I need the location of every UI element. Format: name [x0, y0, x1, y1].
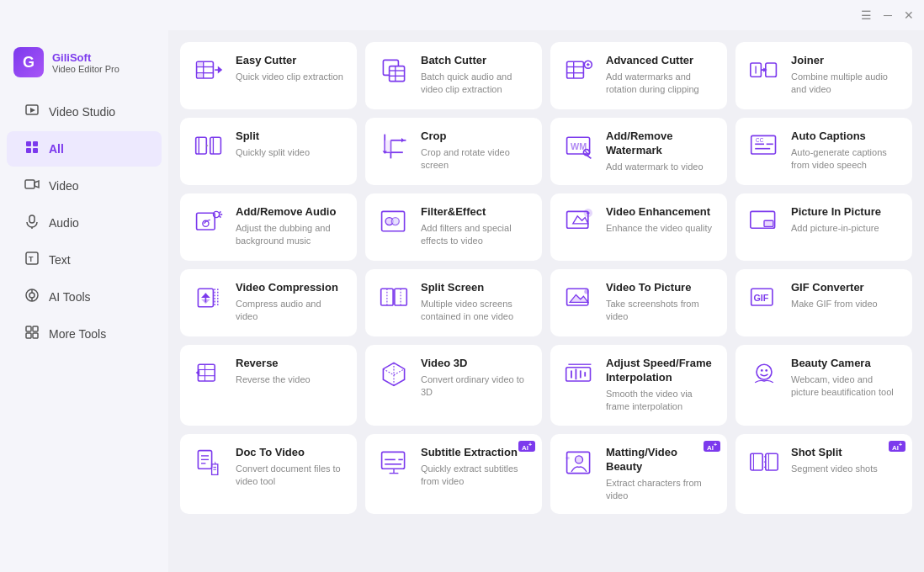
sidebar-item-text[interactable]: T Text — [7, 242, 162, 278]
tools-grid: Easy CutterQuick video clip extraction B… — [180, 42, 912, 526]
tool-name-video-to-picture: Video To Picture — [606, 281, 715, 295]
tool-name-video-compression: Video Compression — [236, 281, 345, 295]
tool-desc-joiner: Combine multiple audio and video — [791, 71, 900, 97]
tool-icon-easy-cutter — [192, 54, 226, 87]
tool-card-reverse[interactable]: ReverseReverse the video — [180, 345, 357, 426]
tool-card-filter-effect[interactable]: Filter&EffectAdd filters and special eff… — [365, 193, 542, 261]
svg-rect-25 — [198, 74, 203, 78]
sidebar-logo: G GiliSoft Video Editor Pro — [0, 40, 168, 93]
svg-rect-126 — [751, 453, 762, 470]
tool-name-video-3d: Video 3D — [421, 357, 530, 371]
svg-point-72 — [391, 218, 399, 225]
ai-badge-matting-video-beauty: AI+ — [704, 441, 720, 453]
tool-card-subtitle-extraction[interactable]: Subtitle ExtractionQuickly extract subti… — [365, 434, 542, 515]
tool-card-add-remove-watermark[interactable]: WM Add/Remove WatermarkAdd watermark to … — [550, 118, 727, 185]
minimize-button[interactable]: ─ — [884, 8, 892, 22]
svg-rect-16 — [26, 326, 31, 331]
tool-desc-advanced-cutter: Add watermarks and rotation during clipp… — [606, 71, 715, 97]
sidebar-item-more-tools[interactable]: More Tools — [7, 316, 162, 352]
tool-desc-crop: Crop and rotate video screen — [421, 146, 530, 172]
app-body: G GiliSoft Video Editor Pro Video Studio — [0, 30, 924, 572]
ai-badge-subtitle-extraction: AI+ — [518, 441, 535, 453]
tools-grid-container[interactable]: Easy CutterQuick video clip extraction B… — [168, 30, 924, 572]
tool-card-video-compression[interactable]: Video CompressionCompress audio and vide… — [180, 269, 357, 336]
tool-card-gif-converter[interactable]: GIF GIF ConverterMake GIF from video — [735, 269, 912, 336]
svg-marker-7 — [35, 181, 39, 188]
tool-icon-crop — [377, 130, 411, 163]
tool-name-filter-effect: Filter&Effect — [421, 205, 530, 220]
tool-desc-reverse: Reverse the video — [236, 373, 345, 386]
sidebar-item-label-audio: Audio — [49, 216, 79, 230]
audio-icon — [24, 214, 40, 232]
tool-icon-doc-to-video — [192, 446, 226, 479]
svg-point-108 — [761, 369, 763, 372]
tool-icon-add-remove-watermark: WM — [562, 130, 596, 163]
tool-desc-easy-cutter: Quick video clip extraction — [236, 71, 345, 83]
tool-card-video-3d[interactable]: Video 3DConvert ordinary video to 3D — [365, 345, 542, 426]
tool-name-add-remove-watermark: Add/Remove Watermark — [606, 130, 715, 158]
logo-text: GiliSoft Video Editor Pro — [52, 51, 119, 74]
svg-rect-86 — [381, 289, 393, 305]
tool-card-joiner[interactable]: JoinerCombine multiple audio and video — [735, 42, 912, 109]
svg-marker-83 — [201, 299, 210, 304]
more-tools-icon — [24, 325, 40, 343]
svg-rect-2 — [26, 141, 31, 146]
tool-card-easy-cutter[interactable]: Easy CutterQuick video clip extraction — [180, 42, 357, 109]
tool-icon-video-3d — [377, 357, 411, 390]
svg-point-92 — [584, 289, 588, 294]
tool-desc-add-remove-watermark: Add watermark to video — [606, 161, 715, 173]
tool-icon-joiner — [747, 54, 781, 87]
tool-desc-adjust-speed: Smooth the video via frame interpolation — [606, 388, 715, 414]
tool-card-auto-captions[interactable]: CC Auto CaptionsAuto-generate captions f… — [735, 118, 912, 185]
tool-card-picture-in-picture[interactable]: Picture In PictureAdd picture-in-picture — [735, 193, 912, 261]
svg-rect-118 — [382, 452, 405, 469]
svg-rect-6 — [25, 180, 35, 188]
sidebar-item-ai-tools[interactable]: AI Tools — [7, 279, 162, 315]
tool-icon-matting-video-beauty — [562, 446, 596, 479]
tool-name-joiner: Joiner — [791, 54, 900, 68]
tool-icon-split — [192, 130, 226, 163]
menu-button[interactable]: ☰ — [861, 8, 872, 22]
tool-card-doc-to-video[interactable]: Doc To VideoConvert document files to vi… — [180, 434, 357, 515]
sidebar-item-audio[interactable]: Audio — [7, 205, 162, 241]
sidebar-item-label-all: All — [49, 142, 64, 156]
sidebar-item-label-ai-tools: AI Tools — [49, 290, 91, 304]
sidebar-item-all[interactable]: All — [7, 131, 162, 167]
tool-card-split[interactable]: SplitQuickly split video — [180, 118, 357, 185]
svg-rect-24 — [198, 62, 203, 66]
tool-desc-matting-video-beauty: Extract characters from video — [606, 477, 715, 503]
tool-desc-filter-effect: Add filters and special effects to video — [421, 222, 530, 248]
tool-card-batch-cutter[interactable]: Batch CutterBatch quick audio and video … — [365, 42, 542, 109]
tool-name-batch-cutter: Batch Cutter — [421, 54, 530, 68]
svg-rect-54 — [385, 140, 390, 152]
tool-name-reverse: Reverse — [236, 357, 345, 371]
sidebar-item-video-studio[interactable]: Video Studio — [7, 94, 162, 130]
video-icon — [24, 177, 40, 195]
svg-rect-101 — [566, 368, 591, 381]
svg-point-109 — [765, 369, 767, 372]
svg-rect-17 — [33, 326, 38, 331]
tool-card-shot-split[interactable]: Shot SplitSegment video shotsAI+ — [735, 434, 912, 515]
tool-card-split-screen[interactable]: Split ScreenMultiple video screens conta… — [365, 269, 542, 336]
tool-desc-picture-in-picture: Add picture-in-picture — [791, 222, 900, 235]
tool-icon-filter-effect — [377, 205, 411, 239]
tool-card-beauty-camera[interactable]: Beauty CameraWebcam, video and picture b… — [735, 345, 912, 426]
video-studio-icon — [24, 103, 40, 121]
titlebar: ☰ ─ ✕ — [0, 0, 924, 30]
ai-tools-icon — [24, 288, 40, 306]
tool-card-adjust-speed[interactable]: Adjust Speed/Frame InterpolationSmooth t… — [550, 345, 727, 426]
tool-icon-advanced-cutter — [562, 54, 596, 87]
tool-name-video-enhancement: Video Enhancement — [606, 205, 715, 220]
tool-card-video-to-picture[interactable]: Video To PictureTake screenshots from vi… — [550, 269, 727, 336]
tool-card-crop[interactable]: CropCrop and rotate video screen — [365, 118, 542, 185]
sidebar-item-video[interactable]: Video — [7, 168, 162, 204]
tool-card-video-enhancement[interactable]: Video EnhancementEnhance the video quali… — [550, 193, 727, 261]
tool-card-add-remove-audio[interactable]: Add/Remove AudioAdjust the dubbing and b… — [180, 193, 357, 261]
tool-desc-shot-split: Segment video shots — [791, 463, 900, 475]
close-button[interactable]: ✕ — [904, 8, 914, 22]
tool-card-matting-video-beauty[interactable]: Matting/Video BeautyExtract characters f… — [550, 434, 727, 515]
svg-rect-47 — [210, 137, 221, 154]
all-icon — [24, 140, 40, 158]
tool-icon-picture-in-picture — [747, 205, 781, 239]
tool-card-advanced-cutter[interactable]: Advanced CutterAdd watermarks and rotati… — [550, 42, 727, 109]
